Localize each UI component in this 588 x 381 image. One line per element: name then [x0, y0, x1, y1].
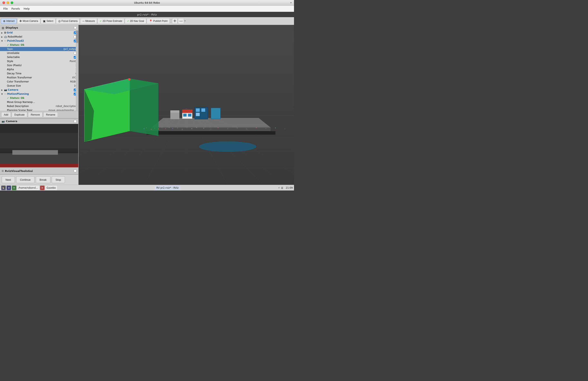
pose-estimate-button[interactable]: ✓ 2D Pose Estimate: [97, 18, 125, 24]
status-bolt-icon: ⚡: [278, 186, 280, 189]
list-item[interactable]: ✓ Status: Ok: [0, 96, 78, 100]
menubar: File Panels Help: [0, 6, 294, 12]
add-button[interactable]: Add: [1, 112, 11, 117]
app-title-bar: pr2.rviz* - RViz: [0, 12, 294, 17]
titlebar: Ubuntu 64-bit Robo ▾: [0, 0, 294, 6]
displays-header: ▦ Displays: [0, 25, 78, 31]
titlebar-dropdown[interactable]: ▾: [290, 1, 292, 4]
displays-panel-checkbox[interactable]: [74, 26, 77, 29]
svg-point-77: [237, 128, 238, 128]
status-icon-1[interactable]: 🐧: [1, 186, 6, 190]
camera-panel: 📷 Camera: [0, 118, 78, 167]
rename-button[interactable]: Rename: [43, 112, 58, 117]
list-item[interactable]: Move Group Namesp...: [0, 100, 78, 104]
stop-button[interactable]: Stop: [52, 176, 65, 183]
svg-rect-43: [183, 114, 187, 117]
list-item[interactable]: ▶ 📷 Camera: [0, 88, 78, 92]
list-item[interactable]: ▼ ⋯ MotionPlanning: [0, 92, 78, 96]
svg-rect-47: [201, 108, 205, 112]
svg-point-69: [182, 129, 183, 130]
list-item[interactable]: Alpha 1: [0, 67, 78, 71]
list-item[interactable]: Style Points: [0, 59, 78, 63]
status-icon-2[interactable]: 🖥: [6, 186, 11, 190]
continue-button[interactable]: Continue: [16, 176, 35, 183]
svg-point-65: [165, 128, 166, 129]
displays-scroll[interactable]: ▶ ⊞ Grid ▶ 🤖 RobotModel ▼ ⋯ PointCloud2: [0, 31, 78, 111]
publish-point-button[interactable]: 📍 Publish Point: [147, 18, 170, 24]
window-controls[interactable]: [2, 1, 13, 4]
list-item[interactable]: Selectable: [0, 55, 78, 59]
status-path[interactable]: /home/robond...: [17, 186, 39, 190]
minimize-button[interactable]: [6, 1, 9, 4]
next-button[interactable]: Next: [2, 176, 15, 183]
rviz-tools-checkbox[interactable]: [74, 169, 77, 172]
svg-point-79: [256, 127, 257, 128]
focus-icon: ◎: [58, 20, 61, 23]
publish-point-label: Publish Point: [153, 20, 168, 22]
displays-buttons: Add Duplicate Remove Rename: [0, 111, 78, 118]
list-item[interactable]: Position Transformer XYZ: [0, 76, 78, 80]
svg-point-58: [199, 141, 256, 152]
viewport-3d[interactable]: [79, 25, 294, 185]
duplicate-button[interactable]: Duplicate: [12, 112, 27, 117]
list-item[interactable]: ▼ ⋯ PointCloud2: [0, 39, 78, 43]
close-button[interactable]: [2, 1, 5, 4]
svg-point-76: [227, 128, 228, 129]
svg-point-80: [266, 128, 266, 129]
scrollbar-track[interactable]: [76, 31, 78, 111]
status-time: 21:09: [286, 186, 293, 189]
camera-panel-icon: 📷: [2, 120, 5, 123]
pose-icon: ✓: [100, 20, 102, 22]
status-gazebo[interactable]: Gazebo: [45, 186, 57, 190]
measure-button[interactable]: ─ Measure: [80, 18, 97, 24]
list-item[interactable]: Decay Time 0: [0, 71, 78, 76]
menu-file[interactable]: File: [2, 6, 9, 11]
break-button[interactable]: Break: [36, 176, 50, 183]
bottom-buttons: Next Continue Break Stop: [0, 174, 78, 185]
svg-rect-42: [182, 110, 192, 113]
svg-point-71: [191, 128, 192, 129]
move-camera-icon: ✥: [20, 20, 22, 23]
move-camera-button[interactable]: ✥ Move Camera: [17, 18, 40, 24]
toolbar-extra: ▾: [185, 20, 186, 22]
list-item[interactable]: Robot Description robot_description: [0, 104, 78, 108]
toolbar: ⊕ Interact ✥ Move Camera ▣ Select ◎ Focu…: [0, 17, 294, 25]
interact-label: Interact: [6, 20, 15, 22]
status-rviz[interactable]: RV pr2.rviz* - RViz: [155, 186, 180, 190]
list-item[interactable]: ▶ ⊞ Grid: [0, 31, 78, 35]
list-item[interactable]: Color Transformer RGB8: [0, 80, 78, 84]
list-item[interactable]: Planning Scene Topic move_group/monitore…: [0, 108, 78, 111]
add-toolbar-button[interactable]: ✛: [172, 18, 178, 24]
remove-button[interactable]: Remove: [28, 112, 42, 117]
list-item[interactable]: Queue Size 10: [0, 84, 78, 88]
svg-point-72: [196, 127, 197, 128]
camera-panel-checkbox[interactable]: [74, 120, 77, 123]
list-item[interactable]: ✓ Status: Ok: [0, 43, 78, 47]
list-item[interactable]: Size (Pixels) 3: [0, 63, 78, 67]
camera-view-svg: [0, 124, 78, 167]
interact-icon: ⊕: [3, 20, 5, 23]
scrollbar-thumb[interactable]: [76, 31, 78, 43]
window-title: Ubuntu 64-bit Robo: [134, 1, 160, 4]
svg-rect-6: [0, 164, 78, 167]
menu-help[interactable]: Help: [22, 6, 31, 11]
nav-goal-button[interactable]: ✓ 2D Nav Goal: [125, 18, 146, 24]
select-button[interactable]: ▣ Select: [41, 18, 55, 24]
menu-panels[interactable]: Panels: [10, 6, 22, 11]
svg-marker-38: [147, 131, 275, 135]
remove-toolbar-button[interactable]: —: [178, 18, 184, 24]
svg-point-70: [187, 128, 187, 128]
list-item[interactable]: ▶ 🤖 RobotModel: [0, 35, 78, 39]
maximize-button[interactable]: [11, 1, 13, 4]
focus-camera-button[interactable]: ◎ Focus Camera: [56, 18, 80, 24]
displays-panel-icon: ▦: [2, 26, 4, 29]
move-camera-label: Move Camera: [23, 20, 38, 22]
camera-panel-title: Camera: [6, 120, 73, 123]
list-item[interactable]: Unreliable: [0, 51, 78, 55]
list-item[interactable]: Topic /pcl_output: [0, 47, 78, 51]
interact-button[interactable]: ⊕ Interact: [1, 18, 17, 24]
status-gazebo-icon[interactable]: ⚙: [40, 186, 44, 190]
viewport-svg: [79, 25, 294, 185]
status-icon-3[interactable]: ⚙: [12, 186, 16, 190]
svg-rect-16: [0, 149, 78, 150]
